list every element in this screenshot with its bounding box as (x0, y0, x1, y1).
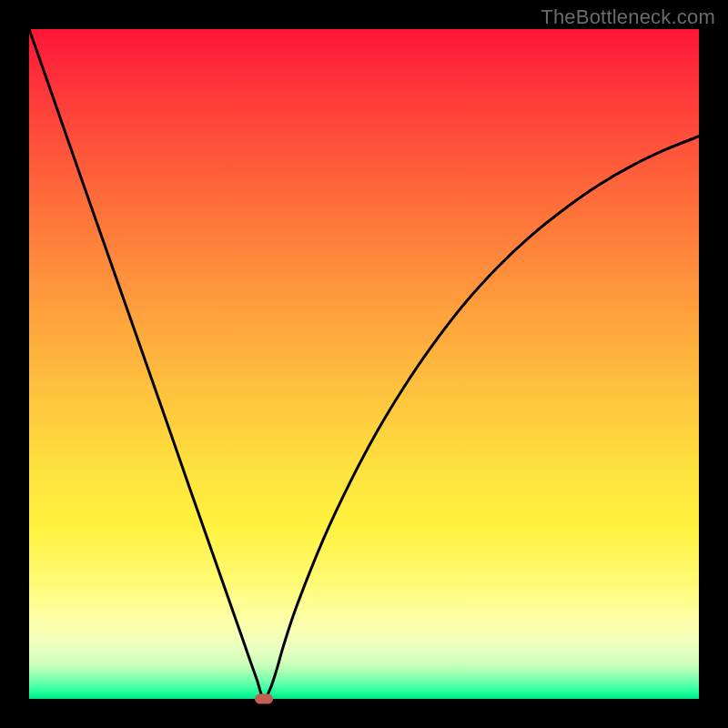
watermark-text: TheBottleneck.com (541, 5, 715, 29)
plot-area (29, 29, 699, 699)
bottleneck-curve (29, 29, 699, 699)
chart-frame: TheBottleneck.com (0, 0, 728, 728)
optimum-marker (255, 694, 273, 704)
